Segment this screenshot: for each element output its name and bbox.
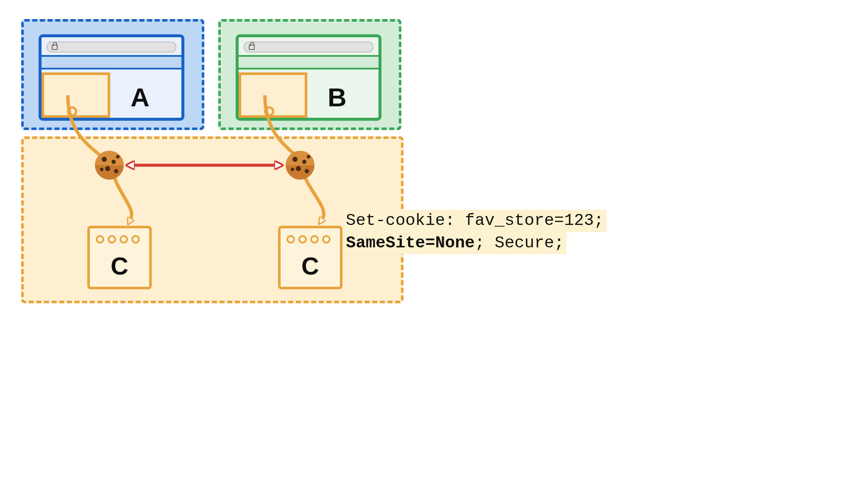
edge-b-to-cookie <box>265 95 297 157</box>
edge-cookie-to-c-right <box>305 178 324 219</box>
diagram-stage: A B C C <box>0 0 868 488</box>
samesite-none-token: SameSite=None <box>346 234 475 252</box>
set-cookie-annotation: Set-cookie: fav_store=123; SameSite=None… <box>343 210 606 254</box>
edge-cookie-to-c-left <box>114 178 132 219</box>
cookie-icon <box>95 151 124 180</box>
code-line-2: SameSite=None; Secure; <box>343 232 567 255</box>
edge-a-to-cookie <box>68 95 102 157</box>
cookie-icon <box>286 151 314 180</box>
secure-token: ; Secure; <box>475 234 564 252</box>
code-line-1: Set-cookie: fav_store=123; <box>343 210 606 232</box>
